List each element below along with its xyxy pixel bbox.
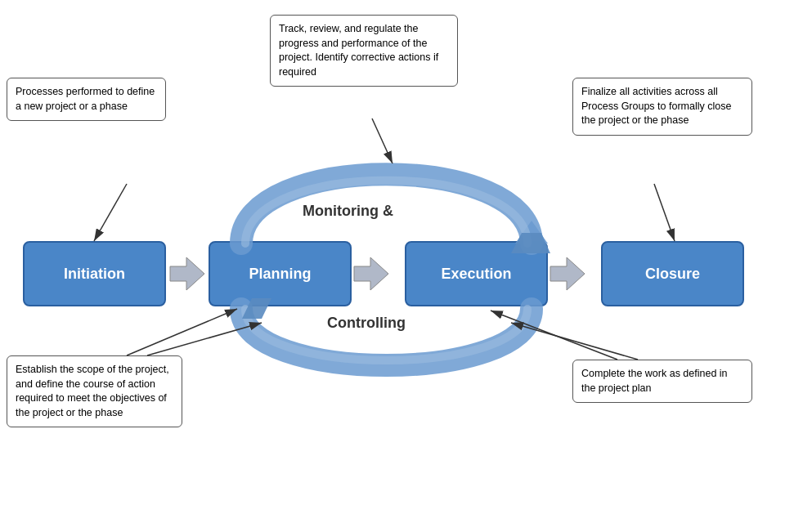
svg-marker-2 — [170, 257, 204, 290]
line-callout-planning-1 — [127, 309, 237, 355]
svg-marker-6 — [511, 233, 550, 253]
arrow-execution-closure — [550, 257, 585, 290]
arrows-svg — [0, 0, 812, 514]
diagram-container: Processes performed to define a new proj… — [0, 0, 812, 514]
arrow-planning-execution — [354, 257, 388, 290]
controlling-arc — [241, 298, 532, 365]
monitoring-arc — [241, 174, 550, 253]
line-callout-closure — [654, 184, 675, 241]
line-callout-monitoring — [372, 118, 393, 163]
line-callout-initiation — [94, 184, 127, 241]
svg-marker-3 — [354, 257, 388, 290]
arrow-initiation-planning — [170, 257, 204, 290]
svg-marker-4 — [550, 257, 585, 290]
line-callout-execution-2 — [511, 323, 638, 360]
